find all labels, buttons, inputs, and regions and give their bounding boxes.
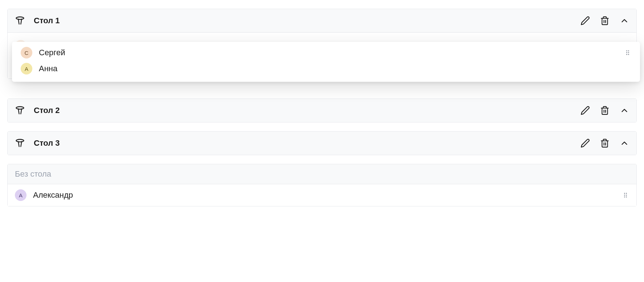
unassigned-title: Без стола [15,169,51,179]
svg-point-23 [624,195,625,196]
table-title: Стол 3 [34,138,60,148]
table-header[interactable]: Стол 2 [8,99,636,122]
table-header-left: Стол 2 [15,105,60,116]
table-header[interactable]: Стол 3 [8,132,636,155]
svg-point-13 [626,54,627,55]
guest-row[interactable]: А Анна [21,61,631,77]
svg-point-10 [628,51,629,52]
delete-button[interactable] [600,106,610,115]
table-title: Стол 1 [34,16,60,25]
table-group: Стол 2 [7,98,637,122]
table-icon [15,105,25,116]
table-header-left: Стол 3 [15,138,60,148]
table-icon [15,138,25,148]
table-header-left: Стол 1 [15,16,60,26]
table-title: Стол 2 [34,106,60,115]
svg-point-11 [626,52,627,53]
svg-point-18 [16,140,24,142]
svg-point-21 [624,193,625,194]
table-group: Стол 1 С Сергей [7,9,637,79]
avatar: А [21,63,32,74]
svg-point-15 [16,107,24,109]
collapse-button[interactable] [620,138,629,148]
collapse-button[interactable] [620,106,629,115]
table-header-actions [580,106,629,115]
svg-point-26 [626,197,627,198]
svg-point-22 [626,193,627,194]
table-header[interactable]: Стол 1 [8,9,636,33]
drag-overlay[interactable]: С Сергей А Анна [12,42,640,82]
table-header-actions [580,138,629,148]
guest-name: Анна [39,64,57,73]
delete-button[interactable] [600,138,610,148]
edit-button[interactable] [580,106,590,115]
svg-point-12 [628,52,629,53]
svg-point-0 [16,17,24,20]
table-group: Стол 3 [7,131,637,155]
edit-button[interactable] [580,138,590,148]
guest-row[interactable]: А Александр [8,184,636,206]
edit-button[interactable] [580,16,590,25]
unassigned-group: Без стола А Александр [7,164,637,206]
drag-handle-icon[interactable] [622,192,629,199]
guest-name: Александр [33,190,73,200]
delete-button[interactable] [600,16,610,25]
guest-row[interactable]: С Сергей [21,45,631,61]
drag-handle-icon[interactable] [624,49,631,56]
avatar: А [15,189,27,201]
svg-point-14 [628,54,629,55]
unassigned-header: Без стола [8,164,636,184]
table-icon [15,16,25,26]
guest-name: Сергей [39,48,65,57]
svg-point-24 [626,195,627,196]
collapse-button[interactable] [620,16,629,25]
svg-point-25 [624,197,625,198]
svg-point-9 [626,51,627,52]
table-header-actions [580,16,629,25]
avatar: С [21,47,32,59]
